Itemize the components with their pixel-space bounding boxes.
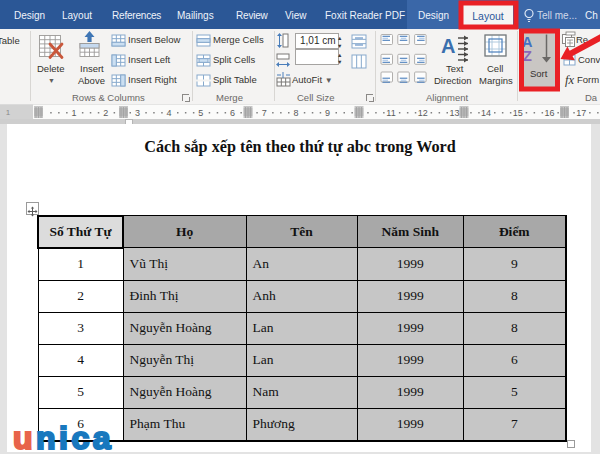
svg-text:17: 17 — [576, 108, 586, 118]
svg-text:3: 3 — [135, 108, 140, 118]
svg-text:11: 11 — [386, 108, 395, 118]
svg-text:4: 4 — [167, 108, 172, 118]
svg-text:2: 2 — [103, 108, 108, 118]
svg-text:16: 16 — [544, 108, 554, 118]
svg-text:6: 6 — [230, 108, 235, 118]
svg-text:1: 1 — [71, 108, 76, 118]
svg-text:15: 15 — [513, 108, 523, 118]
svg-text:9: 9 — [325, 108, 330, 118]
svg-text:A: A — [441, 35, 455, 57]
svg-text:12: 12 — [418, 108, 428, 118]
svg-text:13: 13 — [449, 108, 459, 118]
svg-text:7: 7 — [262, 108, 267, 118]
svg-text:1: 1 — [6, 108, 11, 117]
svg-text:8: 8 — [293, 108, 298, 118]
svg-text:Z: Z — [523, 48, 532, 64]
svg-text:14: 14 — [481, 108, 491, 118]
svg-text:5: 5 — [198, 108, 203, 118]
